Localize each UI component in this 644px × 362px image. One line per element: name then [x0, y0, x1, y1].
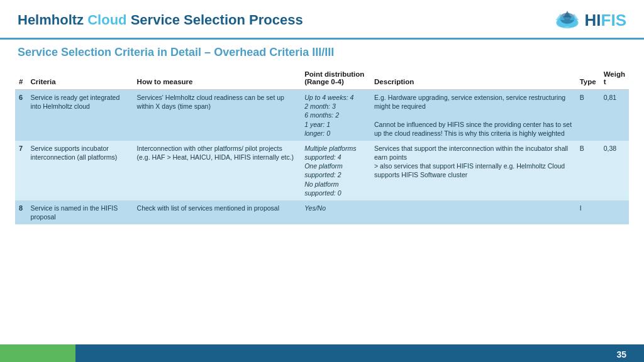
cell-num: 8	[15, 200, 26, 224]
logo: HIFIS	[553, 9, 626, 31]
cell-num: 6	[15, 90, 26, 141]
cell-type: B	[576, 141, 600, 200]
cell-how-to-measure: Check with list of services mentioned in…	[133, 200, 301, 224]
col-point-dist: Point distribution(Range 0-4)	[301, 67, 370, 90]
cell-weight	[600, 200, 629, 224]
page-subtitle: Service Selection Criteria in Detail – O…	[0, 40, 644, 64]
table-row: 6Service is ready get integrated into He…	[15, 90, 629, 141]
cell-weight: 0,81	[600, 90, 629, 141]
page-number: 35	[616, 349, 626, 359]
cell-point-dist: Yes/No	[301, 200, 370, 224]
criteria-table: # Criteria How to measure Point distribu…	[15, 67, 629, 224]
cell-type: B	[576, 90, 600, 141]
cell-description: E.g. Hardware upgrading, service extensi…	[370, 90, 576, 141]
cell-how-to-measure: Services' Helmholtz cloud readiness can …	[133, 90, 301, 141]
table-row: 7Service supports incubator interconnect…	[15, 141, 629, 200]
table-container: # Criteria How to measure Point distribu…	[0, 67, 644, 224]
col-how-to-measure: How to measure	[133, 67, 301, 90]
cloud-icon	[553, 9, 581, 31]
logo-hi: HI	[585, 11, 601, 30]
cell-criteria: Service is ready get integrated into Hel…	[26, 90, 133, 141]
cell-how-to-measure: Interconnection with other platforms/ pi…	[133, 141, 301, 200]
cell-point-dist: Multiple platforms supported: 4 One plat…	[301, 141, 370, 200]
title-cloud: Cloud	[87, 12, 126, 28]
col-criteria: Criteria	[26, 67, 133, 90]
cell-num: 7	[15, 141, 26, 200]
header: Helmholtz Cloud Service Selection Proces…	[0, 0, 644, 40]
col-num: #	[15, 67, 26, 90]
col-description: Description	[370, 67, 576, 90]
col-type: Type	[576, 67, 600, 90]
table-header-row: # Criteria How to measure Point distribu…	[15, 67, 629, 90]
cell-criteria: Service is named in the HIFIS proposal	[26, 200, 133, 224]
table-row: 8Service is named in the HIFIS proposalC…	[15, 200, 629, 224]
title-helmholtz: Helmholtz	[18, 12, 87, 28]
cell-point-dist: Up to 4 weeks: 4 2 month: 3 6 months: 2 …	[301, 90, 370, 141]
cell-weight: 0,38	[600, 141, 629, 200]
cell-criteria: Service supports incubator interconnecti…	[26, 141, 133, 200]
cell-type: I	[576, 200, 600, 224]
logo-text: HIFIS	[585, 11, 626, 30]
footer-blue-bar	[75, 344, 644, 362]
logo-fis: FIS	[601, 11, 626, 30]
footer: 35	[0, 344, 644, 362]
col-weight: Weight	[600, 67, 629, 90]
footer-green-bar	[0, 344, 75, 362]
cell-description: Services that support the interconnectio…	[370, 141, 576, 200]
cell-description	[370, 200, 576, 224]
slide: Helmholtz Cloud Service Selection Proces…	[0, 0, 644, 362]
title-end: Service Selection Process	[127, 12, 303, 28]
header-title: Helmholtz Cloud Service Selection Proces…	[18, 12, 303, 28]
